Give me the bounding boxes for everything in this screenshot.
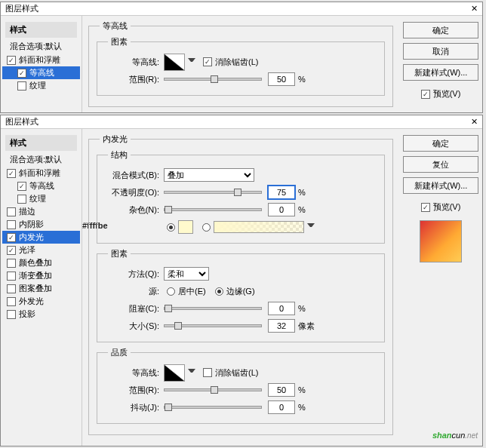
sidebar-item[interactable]: 外发光 [2, 295, 80, 308]
structure-group: 结构 混合模式(B): 叠加 不透明度(O): 75 % 杂色(N): [97, 149, 385, 244]
opacity-label: 不透明度(O): [105, 187, 159, 198]
gradient-picker[interactable] [214, 221, 304, 233]
method-select[interactable]: 柔和 [164, 267, 209, 281]
size-slider[interactable] [164, 324, 262, 327]
sidebar-item[interactable]: 光泽 [2, 244, 80, 256]
sidebar-item-label: 斜面和浮雕 [19, 167, 60, 179]
sidebar-head[interactable]: 样式 [5, 135, 77, 151]
sidebar-item[interactable]: 描边 [2, 205, 80, 218]
checkbox-icon[interactable] [7, 272, 16, 281]
choke-label: 阻塞(C): [105, 303, 159, 315]
sidebar-head[interactable]: 样式 [5, 22, 77, 38]
close-icon[interactable]: ✕ [471, 117, 478, 127]
noise-label: 杂色(N): [105, 204, 159, 216]
checkbox-icon[interactable] [7, 284, 16, 293]
checkbox-icon[interactable] [17, 182, 26, 191]
sidebar-item[interactable]: 渐变叠加 [2, 269, 80, 282]
sidebar-item-label: 内发光 [19, 232, 44, 243]
checkbox-icon[interactable] [7, 169, 16, 178]
ok-button[interactable]: 确定 [403, 22, 478, 38]
center-radio[interactable] [167, 287, 175, 296]
jitter-input[interactable]: 0 [268, 400, 295, 414]
antialias-checkbox[interactable] [203, 368, 212, 377]
antialias-checkbox[interactable] [203, 57, 212, 66]
range-input[interactable]: 50 [268, 383, 295, 397]
main-panel: 等高线 图素 等高线: 消除锯齿(L) 范围(R): 50 % [82, 16, 399, 112]
checkbox-icon[interactable] [7, 246, 16, 255]
contour-group: 等高线 图素 等高线: 消除锯齿(L) 范围(R): 50 % [88, 20, 393, 107]
quality-group: 品质 等高线: 消除锯齿(L) 范围(R): 50 % [97, 347, 385, 424]
chevron-down-icon[interactable] [188, 58, 195, 66]
sidebar-item[interactable]: 斜面和浮雕 [2, 167, 80, 180]
reset-button[interactable]: 复位 [403, 156, 478, 173]
chevron-down-icon[interactable] [307, 223, 315, 231]
sidebar-item-texture[interactable]: 纹理 [2, 79, 80, 92]
range-slider[interactable] [164, 388, 262, 391]
range-slider[interactable] [164, 78, 262, 81]
checkbox-icon[interactable] [17, 81, 26, 91]
titlebar: 图层样式 ✕ [1, 2, 482, 16]
contour-picker[interactable] [164, 364, 185, 382]
checkbox-icon[interactable] [7, 56, 16, 65]
new-style-button[interactable]: 新建样式(W)... [403, 177, 478, 194]
checkbox-icon[interactable] [7, 233, 16, 242]
checkbox-icon[interactable] [7, 259, 16, 268]
checkbox-icon[interactable] [7, 297, 16, 306]
preview-checkbox[interactable] [421, 203, 430, 212]
sidebar-item-contour[interactable]: 等高线 [2, 66, 80, 79]
pct-label: % [298, 385, 306, 394]
sidebar-item-label: 描边 [19, 206, 35, 217]
preview-checkbox[interactable] [421, 90, 430, 99]
close-icon[interactable]: ✕ [471, 4, 478, 14]
sidebar-item-bevel[interactable]: 斜面和浮雕 [2, 54, 80, 66]
size-input[interactable]: 32 [268, 319, 295, 333]
ok-button[interactable]: 确定 [403, 135, 478, 152]
color-radio[interactable] [167, 223, 175, 232]
gradient-radio[interactable] [202, 223, 211, 232]
source-label: 源: [105, 286, 159, 297]
group-title: 等高线 [100, 20, 131, 32]
blend-options[interactable]: 混合选项:默认 [5, 152, 77, 167]
sidebar-item-label: 等高线 [29, 180, 54, 192]
checkbox-icon[interactable] [7, 310, 16, 319]
opacity-slider[interactable] [164, 191, 262, 194]
noise-input[interactable]: 0 [268, 203, 295, 216]
sidebar-item[interactable]: 图案叠加 [2, 282, 80, 295]
choke-input[interactable]: 0 [268, 302, 295, 315]
range-label: 范围(R): [105, 74, 159, 85]
watermark: shancun.net [432, 428, 478, 441]
sidebar-item-label: 颜色叠加 [19, 257, 52, 268]
antialias-label: 消除锯齿(L) [215, 367, 258, 379]
sidebar-item[interactable]: 等高线 [2, 180, 80, 192]
blend-mode-select[interactable]: 叠加 [164, 168, 254, 182]
noise-slider[interactable] [164, 208, 262, 211]
chevron-down-icon[interactable] [188, 369, 195, 376]
sidebar-item-label: 内阴影 [19, 219, 44, 230]
checkbox-icon[interactable] [17, 69, 26, 78]
blend-options[interactable]: 混合选项:默认 [5, 39, 77, 54]
titlebar: 图层样式 ✕ [1, 115, 482, 129]
pct-label: % [298, 304, 306, 313]
edge-radio[interactable] [215, 287, 223, 296]
color-swatch[interactable] [178, 220, 193, 234]
checkbox-icon[interactable] [17, 195, 26, 204]
preview-thumbnail [420, 220, 462, 262]
range-input[interactable]: 50 [268, 72, 295, 86]
sidebar-item[interactable]: 纹理 [2, 192, 80, 205]
choke-slider[interactable] [164, 307, 262, 310]
sidebar-item[interactable]: 颜色叠加 [2, 256, 80, 269]
cancel-button[interactable]: 取消 [403, 43, 478, 60]
antialias-label: 消除锯齿(L) [215, 57, 258, 68]
new-style-button[interactable]: 新建样式(W)... [403, 64, 478, 81]
contour-picker[interactable] [164, 54, 185, 71]
checkbox-icon[interactable] [7, 207, 16, 216]
sidebar-item[interactable]: 投影 [2, 308, 80, 321]
sidebar-item-label: 渐变叠加 [19, 270, 52, 281]
blend-mode-label: 混合模式(B): [105, 170, 159, 181]
sidebar-item[interactable]: 内发光 [2, 231, 80, 244]
opacity-input[interactable]: 75 [268, 186, 295, 199]
checkbox-icon[interactable] [7, 220, 16, 229]
range-label: 范围(R): [105, 385, 159, 396]
jitter-slider[interactable] [164, 406, 262, 409]
sidebar-item[interactable]: 内阴影 [2, 218, 80, 231]
